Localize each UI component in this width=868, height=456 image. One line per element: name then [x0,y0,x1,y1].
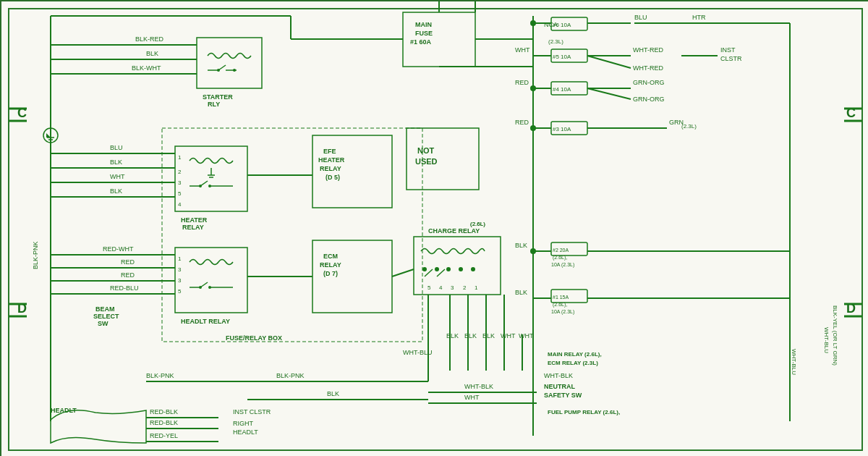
svg-point-76 [459,267,463,271]
blk-yel-label: BLK-YEL (OR LT GRN) [832,305,838,366]
blk-label6: BLK [446,332,459,339]
htr-label: HTR [692,14,706,21]
svg-point-111 [530,248,536,254]
main-fuse-label: MAIN [415,21,432,28]
svg-text:4: 4 [178,201,182,208]
right-headlt-label: RIGHT [233,420,254,427]
wht-blu-right: WHT-BLU [791,349,797,375]
grn-org-label1: GRN-ORG [633,79,665,86]
svg-text:SAFETY SW: SAFETY SW [544,392,582,399]
svg-text:3: 3 [178,277,182,284]
svg-text:CLSTR: CLSTR [720,55,742,62]
svg-text:2: 2 [178,169,182,175]
svg-text:#1 60A: #1 60A [410,38,432,46]
beam-select-sw-label: BEAM [95,305,115,313]
svg-text:SELECT: SELECT [93,313,119,320]
svg-text:(D 5): (D 5) [326,174,340,181]
svg-point-73 [422,267,427,271]
svg-text:10A (2.3L): 10A (2.3L) [551,309,574,315]
fuse5-label: #5 10A [553,54,571,60]
svg-point-69 [208,286,211,289]
wht-label3: WHT [519,332,534,339]
wht-blu-right-label: WHT-BLU [823,327,830,353]
svg-text:RELAY: RELAY [320,165,341,172]
svg-text:1: 1 [178,154,182,161]
starter-rly-label: STARTER [203,93,233,101]
wht-red-label1: WHT-RED [633,46,663,54]
heater-relay-label: HEATER [181,216,208,224]
svg-text:HEADLT: HEADLT [233,428,258,436]
blk-wht-label: BLK-WHT [132,64,161,72]
wht-blk-label: WHT-BLK [464,383,493,390]
efe-label: EFE [323,148,336,155]
blk-label8: BLK [482,332,495,339]
blk-label4: BLK [515,242,527,249]
blu-htr-label: BLU [634,14,647,21]
svg-text:3: 3 [178,266,182,273]
wht-label4: WHT [464,394,480,401]
not-used-label: NOT [417,146,435,155]
wht-label-right: WHT [515,46,530,54]
svg-point-105 [530,125,536,131]
svg-point-19 [233,69,236,72]
wiring-diagram: C D C D BLK-PNK BLK-YEL (OR LT GRN) WHT-… [0,0,868,456]
svg-text:RELAY: RELAY [182,224,204,231]
svg-text:FUSE: FUSE [415,30,433,37]
red-blk-label2: RED-BLK [150,419,178,426]
blk-label9: BLK [327,390,339,397]
svg-text:(2.6L): (2.6L) [470,221,485,227]
svg-point-18 [217,69,220,72]
svg-text:5: 5 [178,288,182,295]
blk-pnk-label: BLK-PNK [32,241,39,269]
charge-relay-label: CHARGE RELAY [428,227,480,235]
grn-org-label2: GRN-ORG [633,96,665,103]
svg-point-75 [446,267,451,271]
svg-text:SW: SW [98,320,109,327]
inst-clstr-label: INST [720,46,736,54]
svg-point-39 [208,185,211,187]
blk-label1: BLK [146,50,158,57]
fuse-relay-box-label: FUSE/RELAY BOX [226,334,282,342]
neutral-safety-sw-label: NEUTRAL [544,383,575,390]
svg-point-68 [199,286,202,289]
fuse1-label: #1 15A [553,295,569,300]
wht-blu-label: WHT-BLU [403,349,433,356]
svg-text:4: 4 [439,284,443,291]
2-3l-label1: (2.3L) [548,38,563,45]
red-blk-label1: RED-BLK [150,408,178,415]
fuse4-label: #4 10A [553,86,571,93]
wht-blk2-label: WHT-BLK [544,372,573,379]
svg-text:USED: USED [415,157,438,166]
fuse2-label: #2 20A [553,248,569,253]
fuse6-label: #6 10A [553,22,571,28]
svg-text:(2.6L),: (2.6L), [553,255,567,261]
wht-label2: WHT [501,332,516,339]
svg-text:5: 5 [178,190,182,197]
blk-pnk3-label: BLK-PNK [146,372,174,379]
svg-text:3: 3 [178,180,182,186]
svg-text:HEATER: HEATER [318,156,345,164]
red-blu-label: RED-BLU [110,284,139,292]
fuel-pump-relay-label: FUEL PUMP RELAY (2.6L), [548,409,620,415]
svg-text:1: 1 [475,284,478,291]
red-wht-label: RED-WHT [103,245,134,253]
svg-text:5: 5 [427,284,431,291]
svg-text:1: 1 [178,256,182,262]
red-label2: RED [121,271,135,279]
svg-text:RLY: RLY [208,101,220,108]
svg-text:(2.6L),: (2.6L), [553,302,567,308]
svg-text:RELAY: RELAY [320,261,341,269]
red-label1: RED [121,258,135,266]
blk-label3: BLK [110,187,122,195]
red-label4: RED [515,119,529,126]
fuse3-label: #3 10A [553,126,571,132]
wht-red-label2: WHT-RED [633,64,663,72]
svg-text:2: 2 [463,284,467,291]
inst-clstr-bottom-label: INST CLSTR [233,408,271,415]
blk-label7: BLK [464,332,477,339]
wht-label: WHT [110,173,125,180]
svg-point-77 [471,267,475,271]
blk-red-label: BLK-RED [135,35,164,43]
red-label3: RED [515,79,529,86]
svg-text:10A (2.3L): 10A (2.3L) [551,262,574,268]
